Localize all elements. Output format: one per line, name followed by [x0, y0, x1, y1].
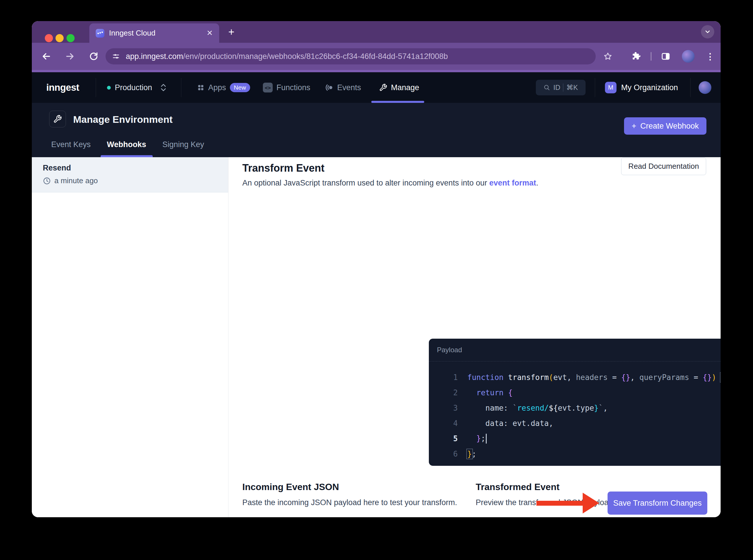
tab-event-keys[interactable]: Event Keys — [45, 140, 97, 157]
annotation-arrow — [536, 493, 599, 514]
line-number: 1 — [429, 373, 458, 382]
environment-selector[interactable]: Production — [107, 72, 167, 103]
screenshot-stage: Inngest Cloud ✕ + app.inngest.com/env/pr… — [0, 0, 753, 560]
code-text: }; — [458, 449, 476, 458]
code-line: 4 data: evt.data, — [429, 416, 721, 431]
line-number: 4 — [429, 419, 458, 428]
code-text: function transform(evt, headers = {}, qu… — [458, 373, 721, 382]
tab-close-icon[interactable]: ✕ — [207, 28, 213, 38]
apps-grid-icon — [197, 84, 205, 91]
nav-item-functions[interactable]: <> Functions — [263, 72, 310, 103]
site-info-icon[interactable] — [112, 52, 120, 60]
line-number: 3 — [429, 404, 458, 412]
forward-icon[interactable] — [63, 49, 77, 63]
tab-signing-key[interactable]: Signing Key — [156, 140, 211, 157]
webhook-name: Resend — [43, 163, 71, 173]
clock-icon — [43, 177, 51, 185]
code-line: 5 }; — [429, 431, 721, 446]
nav-item-label: Events — [337, 83, 361, 92]
back-icon[interactable] — [39, 49, 53, 63]
nav-divider — [690, 78, 691, 97]
search-icon — [543, 84, 550, 91]
save-transform-button[interactable]: Save Transform Changes — [607, 492, 707, 515]
plus-icon: + — [632, 122, 636, 131]
url-bar[interactable]: app.inngest.com/env/production/manage/we… — [105, 48, 596, 64]
browser-tab[interactable]: Inngest Cloud ✕ — [89, 23, 219, 43]
transform-editor-panel: Payload Copy 1function transform(evt, he… — [429, 339, 721, 466]
code-text: name: `resend/${evt.type}`, — [458, 404, 607, 412]
extensions-icon[interactable] — [629, 49, 643, 63]
tab-search-chevron-icon[interactable] — [701, 25, 714, 38]
new-tab-button[interactable]: + — [225, 26, 238, 38]
bookmark-star-icon[interactable] — [601, 49, 615, 63]
window-close-button[interactable] — [45, 34, 53, 42]
url-path: /env/production/manage/webhooks/81c26bc6… — [183, 52, 448, 61]
nav-divider — [181, 78, 181, 97]
nav-item-manage[interactable]: Manage — [379, 72, 419, 103]
events-icon — [325, 83, 333, 92]
code-line: 6}; — [429, 446, 721, 461]
main-panel: Transform Event An optional JavaScript t… — [229, 157, 721, 517]
url-host: app.inngest.com — [126, 52, 183, 61]
chevron-up-down-icon — [160, 83, 167, 93]
code-line: 1function transform(evt, headers = {}, q… — [429, 369, 721, 385]
editor-header: Payload Copy — [429, 339, 721, 361]
tab-webhooks[interactable]: Webhooks — [101, 140, 153, 157]
nav-divider — [595, 78, 595, 97]
nav-item-apps[interactable]: Apps New — [197, 72, 250, 103]
incoming-description: Paste the incoming JSON payload here to … — [242, 498, 457, 507]
line-number: 5 — [429, 434, 458, 443]
webhook-updated: a minute ago — [43, 176, 98, 185]
environment-status-dot — [107, 86, 111, 89]
window-minimize-button[interactable] — [56, 34, 64, 42]
transform-code-editor[interactable]: 1function transform(evt, headers = {}, q… — [429, 361, 721, 466]
code-line: 3 name: `resend/${evt.type}`, — [429, 400, 721, 416]
new-badge: New — [230, 83, 250, 92]
event-format-link[interactable]: event format — [489, 179, 536, 187]
app-nav-bar: inngest Production Apps New <> Functions — [32, 72, 721, 103]
code-text: data: evt.data, — [458, 419, 553, 428]
tab-title: Inngest Cloud — [109, 28, 207, 38]
search-shortcut: ⌘K — [566, 83, 578, 92]
code-text: return { — [458, 388, 513, 397]
search-divider — [563, 83, 563, 92]
browser-menu-glyph: ⋮ — [706, 52, 715, 62]
payload-label: Payload — [437, 346, 721, 354]
page-title: Manage Environment — [73, 114, 173, 125]
organization-name[interactable]: My Organization — [621, 83, 678, 92]
refresh-icon[interactable] — [87, 49, 101, 63]
nav-item-events[interactable]: Events — [325, 72, 361, 103]
inngest-favicon-icon — [96, 29, 104, 38]
side-panel-icon[interactable] — [659, 49, 673, 63]
page-wrench-icon — [49, 111, 66, 127]
toolbar-divider — [651, 52, 652, 61]
url-text: app.inngest.com/env/production/manage/we… — [126, 52, 448, 61]
read-documentation-button[interactable]: Read Documentation — [621, 158, 706, 175]
browser-menu-icon[interactable]: ⋮ — [703, 49, 717, 63]
nav-item-label: Manage — [391, 83, 419, 92]
line-number: 2 — [429, 388, 458, 397]
inngest-logo[interactable]: inngest — [46, 82, 79, 93]
create-webhook-label: Create Webhook — [640, 122, 699, 131]
code-brackets-icon: <> — [263, 83, 273, 93]
wrench-icon — [379, 83, 387, 92]
nav-item-label: Apps — [208, 83, 226, 92]
content-area: Resend a minute ago Transform Event An o… — [32, 157, 721, 517]
create-webhook-button[interactable]: + Create Webhook — [624, 117, 707, 135]
nav-item-label: Functions — [276, 83, 310, 92]
line-number: 6 — [429, 449, 458, 458]
search-id-label: ID — [553, 83, 560, 92]
user-avatar[interactable] — [699, 81, 711, 94]
transformed-title: Transformed Event — [476, 482, 560, 493]
organization-avatar[interactable]: M — [605, 82, 617, 93]
browser-tab-bar: Inngest Cloud ✕ + — [32, 21, 721, 43]
webhook-list-item[interactable]: Resend a minute ago — [32, 157, 228, 193]
search-input[interactable]: ID ⌘K — [536, 80, 585, 95]
page-header-band: Manage Environment + Create Webhook Even… — [32, 103, 721, 157]
browser-window: Inngest Cloud ✕ + app.inngest.com/env/pr… — [32, 21, 721, 517]
transform-desc-period: . — [536, 179, 538, 187]
environment-tabs: Event Keys Webhooks Signing Key — [45, 140, 211, 157]
window-zoom-button[interactable] — [66, 34, 75, 42]
webhook-sidebar: Resend a minute ago — [32, 157, 229, 517]
browser-profile-avatar[interactable] — [682, 50, 695, 63]
